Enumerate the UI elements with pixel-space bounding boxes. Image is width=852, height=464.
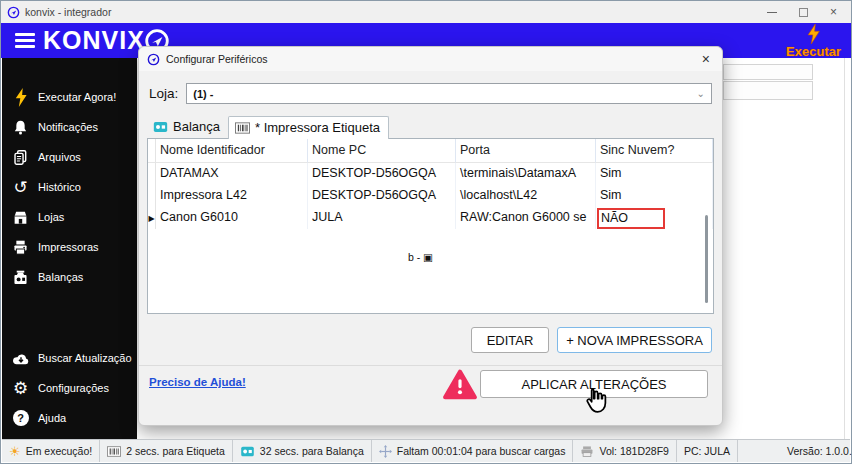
sidebar-bottom-group: Buscar Atualização ⚙ Configurações ? Aju… (2, 343, 137, 433)
nova-impressora-button[interactable]: + NOVA IMPRESSORA (557, 327, 712, 353)
status-text: 2 secs. para Etiqueta (126, 445, 225, 457)
tab-bar: Balança * Impressora Etiqueta (139, 110, 722, 138)
status-text: 32 secs. para Balança (260, 445, 364, 457)
panel-edge (844, 58, 845, 439)
sidebar-item-arquivos[interactable]: Arquivos (2, 142, 137, 172)
help-link[interactable]: Preciso de Ajuda! (149, 376, 246, 388)
status-versao: Versão: 1.0.0.1 (738, 440, 852, 462)
status-etiqueta: 2 secs. para Etiqueta (100, 440, 233, 462)
status-cargas: Faltam 00:01:04 para buscar cargas (372, 440, 574, 462)
tab-impressora-etiqueta[interactable]: * Impressora Etiqueta (228, 116, 389, 139)
printer-icon (580, 446, 594, 457)
dialog-footer: Preciso de Ajuda! APLICAR ALTERAÇÕES (139, 366, 722, 388)
sidebar-item-label: Buscar Atualização (38, 352, 132, 364)
sidebar-item-impressoras[interactable]: Impressoras (2, 232, 137, 262)
gear-icon: ⚙ (11, 379, 30, 398)
executar-label: Executar (786, 44, 841, 59)
configurar-perifericos-dialog: Configurar Periféricos × Loja: (1) - ⌄ B… (138, 46, 723, 426)
lightning-icon (806, 24, 821, 44)
sidebar-item-balancas[interactable]: Balanças (2, 262, 137, 292)
sidebar-item-label: Histórico (38, 181, 81, 193)
sinc-nuvem-highlighted-cell: NÃO (597, 208, 665, 229)
column-header[interactable]: Nome Identificador (156, 139, 308, 163)
tab-label: * Impressora Etiqueta (255, 120, 380, 135)
sidebar-item-label: Arquivos (38, 151, 81, 163)
status-balanca: 32 secs. para Balança (233, 440, 372, 462)
loja-select[interactable]: (1) - ⌄ (186, 83, 712, 104)
table-actions: EDITAR + NOVA IMPRESSORA (139, 314, 722, 353)
history-icon: ↺ (11, 178, 30, 197)
sidebar-item-label: Balanças (38, 271, 83, 283)
window-controls: × (767, 6, 845, 18)
tab-balanca[interactable]: Balança (147, 116, 228, 138)
sidebar: Executar Agora! Notificações Arquivos ↺ … (2, 58, 137, 439)
sidebar-item-notificacoes[interactable]: Notificações (2, 112, 137, 142)
status-text: Em execução! (26, 445, 93, 457)
printers-table: Nome Identificador Nome PC Porta Sinc Nu… (147, 138, 714, 314)
move-arrows-icon (379, 445, 392, 458)
window-title: konvix - integrador (25, 6, 767, 18)
grid-corner (148, 139, 156, 163)
executar-button[interactable]: Executar (786, 24, 841, 59)
sidebar-item-label: Configurações (38, 382, 109, 394)
cloud-download-icon (11, 349, 30, 368)
app-window: konvix - integrador × KONVIX Executar (0, 0, 852, 464)
row-marker-icon: ▶ (148, 207, 156, 229)
background-field (723, 81, 813, 100)
column-header[interactable]: Sinc Nuvem? (596, 139, 713, 163)
running-icon: ☀ (9, 445, 21, 458)
warning-icon (442, 368, 478, 401)
brand-logo-text: KONVIX (43, 28, 145, 53)
minimize-icon[interactable] (767, 12, 777, 13)
konvix-logo-icon (7, 6, 20, 19)
tab-label: Balança (173, 119, 220, 134)
column-header[interactable]: Porta (456, 139, 596, 163)
loja-row: Loja: (1) - ⌄ (139, 71, 722, 110)
status-text: PC: JULA (684, 445, 730, 457)
sidebar-item-label: Impressoras (38, 241, 99, 253)
sidebar-item-ajuda[interactable]: ? Ajuda (2, 403, 137, 433)
chevron-down-icon: ⌄ (697, 88, 705, 99)
maximize-icon[interactable] (799, 8, 808, 17)
scale-icon (11, 268, 30, 287)
column-header[interactable]: Nome PC (308, 139, 456, 163)
barcode-icon (235, 122, 250, 134)
sidebar-item-buscar-atualizacao[interactable]: Buscar Atualização (2, 343, 137, 373)
loja-label: Loja: (149, 86, 178, 101)
barcode-icon (107, 446, 121, 457)
status-execucao: ☀ Em execução! (2, 440, 100, 462)
table-scrollbar[interactable] (705, 215, 708, 303)
background-field (723, 64, 813, 80)
grid-note: b - ▣ (408, 251, 433, 263)
dialog-title: Configurar Periféricos (166, 53, 698, 65)
files-icon (11, 148, 30, 167)
status-text: Versão: 1.0.0.1 (745, 445, 852, 457)
scale-icon (153, 121, 168, 133)
close-icon[interactable]: × (830, 6, 837, 18)
os-titlebar: konvix - integrador × (1, 1, 851, 23)
sidebar-item-label: Executar Agora! (38, 91, 116, 103)
status-text: Vol: 181D28F9 (599, 445, 668, 457)
status-text: Faltam 00:01:04 para buscar cargas (397, 445, 566, 457)
lightning-icon (11, 88, 30, 107)
status-bar: ☀ Em execução! 2 secs. para Etiqueta 32 … (2, 439, 850, 462)
sidebar-item-executar-agora[interactable]: Executar Agora! (2, 82, 137, 112)
konvix-logo-icon (147, 53, 160, 66)
hand-cursor-icon (580, 386, 610, 416)
sidebar-item-historico[interactable]: ↺ Histórico (2, 172, 137, 202)
scale-icon (240, 446, 255, 457)
sidebar-item-configuracoes[interactable]: ⚙ Configurações (2, 373, 137, 403)
sidebar-item-label: Lojas (38, 211, 64, 223)
store-icon (11, 208, 30, 227)
menu-icon[interactable] (15, 33, 35, 48)
help-icon: ? (11, 409, 30, 428)
printer-icon (11, 238, 30, 257)
dialog-titlebar: Configurar Periféricos × (139, 47, 722, 71)
close-icon[interactable]: × (698, 51, 714, 67)
sidebar-item-label: Notificações (38, 121, 98, 133)
editar-button[interactable]: EDITAR (471, 327, 549, 353)
sidebar-item-label: Ajuda (38, 412, 66, 424)
sidebar-item-lojas[interactable]: Lojas (2, 202, 137, 232)
status-vol: Vol: 181D28F9 (573, 440, 676, 462)
loja-selected-value: (1) - (193, 88, 213, 100)
